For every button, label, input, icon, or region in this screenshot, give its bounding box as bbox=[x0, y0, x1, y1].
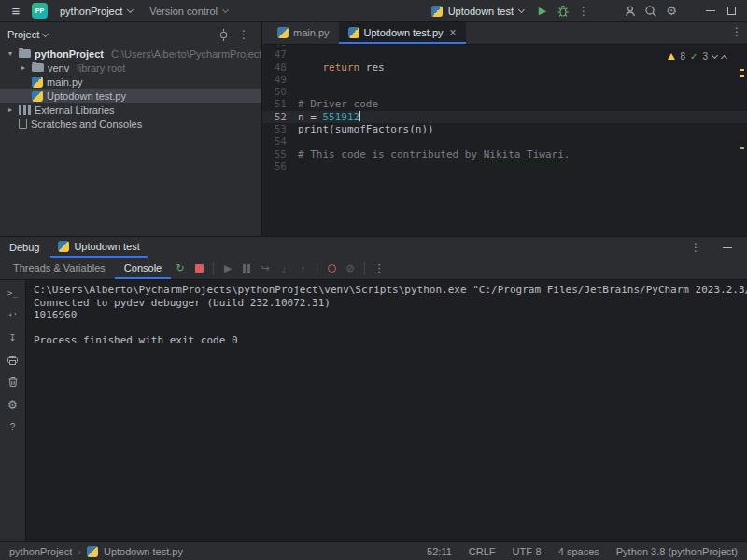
view-breakpoints-icon[interactable] bbox=[322, 260, 341, 277]
line-number[interactable]: 50 bbox=[262, 86, 287, 98]
clear-all-icon[interactable] bbox=[5, 375, 21, 389]
file-encoding[interactable]: UTF-8 bbox=[513, 546, 542, 557]
mute-breakpoints-icon[interactable]: ⊘ bbox=[341, 260, 359, 277]
debug-console: >_ ↩ ↧ ⚙ ? C:\Users\Alberto\PycharmProje… bbox=[0, 280, 747, 541]
line-number[interactable]: 47 bbox=[262, 49, 287, 61]
code-line: 52n = 551912 bbox=[262, 111, 747, 123]
debug-options-icon[interactable]: ⋮ bbox=[685, 238, 706, 257]
console-settings-icon[interactable]: ⚙ bbox=[5, 398, 21, 412]
project-panel-header: Project ⋮ bbox=[0, 22, 261, 47]
line-number[interactable]: 49 bbox=[262, 74, 287, 86]
tab-label: main.py bbox=[293, 27, 330, 38]
vcs-widget-label: Version control bbox=[149, 6, 218, 17]
show-prompt-icon[interactable]: >_ bbox=[5, 286, 21, 300]
line-number[interactable]: 48 bbox=[262, 62, 287, 74]
code-line: 50 bbox=[262, 86, 747, 98]
tree-item-annotation: library root bbox=[77, 63, 125, 74]
warning-stripe-mark[interactable] bbox=[740, 75, 744, 77]
more-run-actions-icon[interactable]: ⋮ bbox=[573, 2, 594, 21]
warning-icon bbox=[668, 53, 675, 60]
scroll-to-end-icon[interactable]: ↧ bbox=[5, 330, 21, 344]
hide-debug-panel-icon[interactable] bbox=[717, 238, 738, 257]
step-into-icon[interactable]: ↓ bbox=[275, 260, 293, 277]
tree-item-scratches-and-consoles[interactable]: Scratches and Consoles bbox=[0, 117, 261, 131]
warning-stripe-mark[interactable] bbox=[740, 69, 744, 71]
debug-session-tab[interactable]: Uptodown test bbox=[50, 237, 147, 258]
project-widget-label: pythonProject bbox=[60, 6, 122, 17]
debug-button[interactable] bbox=[553, 2, 573, 21]
tree-item-uptodown-test-py[interactable]: Uptodown test.py bbox=[0, 89, 261, 103]
help-icon[interactable]: ? bbox=[5, 420, 21, 434]
minimize-button[interactable] bbox=[700, 2, 721, 21]
search-icon[interactable] bbox=[641, 2, 661, 21]
folder-icon bbox=[19, 49, 31, 58]
line-number[interactable]: 55 bbox=[262, 148, 287, 161]
line-number[interactable]: 54 bbox=[262, 135, 287, 147]
line-number[interactable]: 56 bbox=[262, 161, 287, 173]
maximize-button[interactable] bbox=[721, 2, 741, 21]
step-out-icon[interactable]: ↑ bbox=[293, 260, 312, 277]
inspections-widget[interactable]: 8 ✓ 3 bbox=[662, 49, 732, 63]
breadcrumb-file[interactable]: Uptodown test.py bbox=[104, 546, 183, 557]
soft-wrap-icon[interactable]: ↩ bbox=[5, 308, 21, 322]
tab-label: Uptodown test.py bbox=[364, 27, 444, 38]
tree-item-external-libraries[interactable]: ▸External Libraries bbox=[0, 103, 261, 117]
chevron-down-icon bbox=[518, 7, 525, 13]
editor-tab-uptodown-test-py[interactable]: Uptodown test.py × bbox=[339, 22, 466, 44]
run-button[interactable]: ▶ bbox=[532, 2, 553, 21]
editor-options-icon[interactable]: ⋮ bbox=[726, 22, 747, 41]
console-tab[interactable]: Console bbox=[115, 258, 171, 279]
chevron-down-icon bbox=[222, 7, 229, 13]
project-tree: ▾pythonProjectC:\Users\Alberto\PycharmPr… bbox=[0, 47, 261, 131]
rerun-debug-icon[interactable]: ↻ bbox=[171, 260, 190, 277]
print-icon[interactable] bbox=[5, 353, 21, 367]
indent-style[interactable]: 4 spaces bbox=[558, 546, 599, 557]
main-menu-icon[interactable]: ≡ bbox=[6, 2, 26, 21]
python-file-icon bbox=[58, 241, 69, 252]
select-opened-file-icon[interactable] bbox=[213, 25, 233, 44]
project-panel-title[interactable]: Project bbox=[7, 29, 49, 40]
python-interpreter[interactable]: Python 3.8 (pythonProject) bbox=[616, 546, 738, 557]
step-over-icon[interactable]: ↪ bbox=[256, 260, 275, 277]
vcs-widget-button[interactable]: Version control bbox=[143, 4, 236, 19]
threads-variables-tab[interactable]: Threads & Variables bbox=[4, 258, 115, 279]
stop-icon[interactable] bbox=[190, 260, 208, 277]
tree-item-venv[interactable]: ▸venvlibrary root bbox=[0, 61, 261, 75]
breadcrumb-separator-icon: › bbox=[78, 546, 81, 557]
project-panel-title-label: Project bbox=[7, 29, 39, 40]
project-panel-options-icon[interactable]: ⋮ bbox=[233, 25, 254, 44]
code-text: # Driver code bbox=[287, 98, 378, 110]
chevron-down-icon bbox=[42, 30, 49, 36]
console-output[interactable]: C:\Users\Alberto\PycharmProjects\pythonP… bbox=[26, 280, 747, 541]
profile-icon[interactable] bbox=[620, 2, 641, 21]
editor-area: main.py Uptodown test.py × ⋮ 464748 retu… bbox=[262, 22, 747, 236]
status-widgets: 52:11 CRLF UTF-8 4 spaces Python 3.8 (py… bbox=[427, 546, 738, 557]
run-config-selector[interactable]: Uptodown test bbox=[425, 4, 532, 19]
chevron-down-icon bbox=[127, 7, 134, 13]
tree-item-pythonproject[interactable]: ▾pythonProjectC:\Users\Alberto\PycharmPr… bbox=[0, 47, 261, 61]
typo-stripe-mark[interactable] bbox=[740, 147, 744, 149]
editor-tab-main-py[interactable]: main.py bbox=[268, 22, 339, 44]
breadcrumb-project[interactable]: pythonProject bbox=[9, 546, 72, 557]
code-line: 49 bbox=[262, 74, 747, 86]
prev-problem-icon[interactable] bbox=[721, 54, 727, 61]
code-line: 51# Driver code bbox=[262, 98, 747, 110]
more-debug-actions-icon[interactable]: ⋮ bbox=[370, 260, 388, 277]
caret-position[interactable]: 52:11 bbox=[427, 546, 452, 557]
code-line: 53print(sumofFactors(n)) bbox=[262, 123, 747, 135]
line-number[interactable]: 52 bbox=[262, 111, 287, 123]
tree-item-label: pythonProject bbox=[35, 49, 104, 60]
settings-gear-icon[interactable]: ⚙ bbox=[661, 2, 682, 21]
pause-icon[interactable] bbox=[237, 260, 256, 277]
line-separator[interactable]: CRLF bbox=[469, 546, 496, 557]
console-line: Connected to pydev debugger (build 232.1… bbox=[34, 297, 747, 310]
project-widget-button[interactable]: pythonProject bbox=[53, 4, 141, 19]
line-number[interactable]: 53 bbox=[262, 123, 287, 135]
code-editor[interactable]: 464748 return res495051# Driver code52n … bbox=[262, 45, 747, 236]
line-number[interactable]: 51 bbox=[262, 98, 287, 110]
next-problem-icon[interactable] bbox=[712, 52, 718, 59]
tree-item-main-py[interactable]: main.py bbox=[0, 75, 261, 89]
resume-icon[interactable]: ▶ bbox=[218, 260, 237, 277]
folder-icon bbox=[32, 63, 44, 72]
close-tab-icon[interactable]: × bbox=[450, 26, 457, 39]
